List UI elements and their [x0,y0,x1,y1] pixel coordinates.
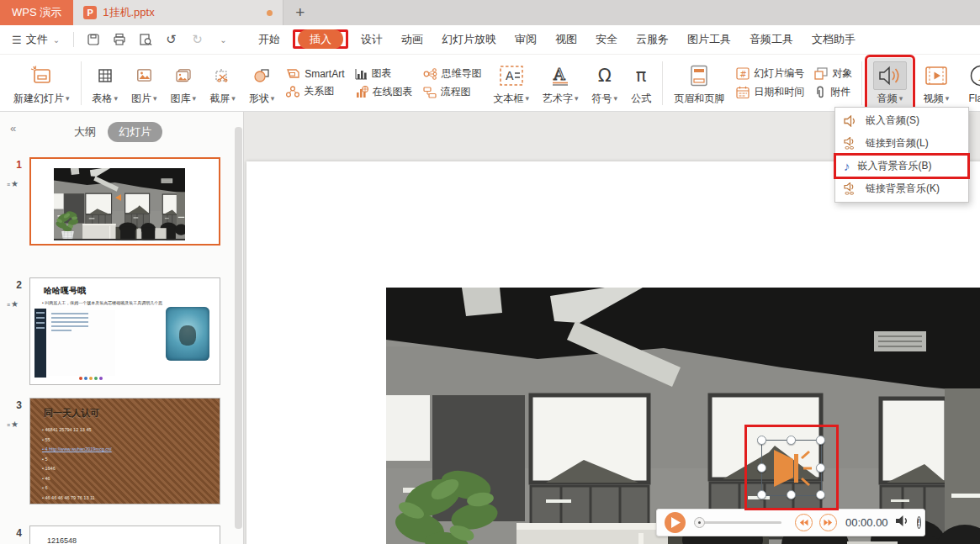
ribbon-button-符号[interactable]: Ω符号▾ [587,58,623,108]
save-icon[interactable] [86,33,100,47]
ribbon-button-label: 截屏 [209,90,230,107]
ribbon-button-表格[interactable]: 表格▾ [87,58,124,108]
chevrons-left-icon[interactable]: « [10,122,16,135]
tab-slides[interactable]: 幻灯片 [108,122,162,142]
menu-tab-幻灯片放映[interactable]: 幻灯片放映 [432,29,506,50]
ribbon-button-形状[interactable]: 形状▾ [244,58,280,108]
header-footer-icon [686,61,712,90]
slide-thumbnail-1[interactable] [29,157,220,246]
new-tab-button[interactable]: + [283,0,316,25]
play-icon[interactable] [665,512,686,533]
menu-tab-审阅[interactable]: 审阅 [506,29,546,50]
audio-clip-selection[interactable] [761,440,822,496]
object-icon [814,67,828,80]
ribbon-button-幻灯片编号[interactable]: #幻灯片编号 [734,66,807,82]
menu-item-label: 嵌入音频(S) [866,114,919,128]
menu-tab-插入[interactable]: 插入 [289,32,352,47]
ribbon-button-文本框[interactable]: A文本框▾ [489,58,535,108]
selection-handle[interactable] [757,463,766,473]
thumbnail-title: 同一天人认可 [44,407,99,420]
exclamation-icon[interactable]: ! [917,516,921,529]
menu-item-嵌入背景音乐(B)[interactable]: ♪嵌入背景音乐(B) [835,155,968,177]
menu-tab-安全[interactable]: 安全 [586,29,627,50]
menu-tab-设计[interactable]: 设计 [352,29,392,50]
menu-tab-视图[interactable]: 视图 [546,29,586,50]
menu-tab-动画[interactable]: 动画 [392,29,432,50]
table-icon [95,61,115,90]
transition-star-icon[interactable]: ★ [7,299,19,309]
ribbon-button-对象[interactable]: 对象 [812,66,855,82]
seek-slider[interactable] [696,521,781,524]
slider-knob[interactable] [694,517,705,528]
ribbon-button-新建幻灯片[interactable]: 新建幻灯片▾ [8,58,75,108]
selection-handle[interactable] [816,490,825,499]
speaker-clip-icon[interactable] [773,446,812,494]
selection-handle[interactable] [787,436,796,445]
menu-tab-云服务[interactable]: 云服务 [627,29,678,50]
selection-handle[interactable] [757,490,766,499]
file-menu-label: 文件 [26,32,48,47]
ribbon-button-关系图[interactable]: 关系图 [283,83,347,99]
ribbon-button-label: 符号 [592,90,612,107]
transition-star-icon[interactable]: ★ [7,179,19,188]
dropdown-arrow-icon: ▾ [946,90,950,107]
selection-handle[interactable] [816,463,825,473]
transition-star-icon[interactable]: ★ [7,420,19,429]
slide-thumbnail-3[interactable]: 同一天人认可• 46841 25794 12 13 45• 55• 4 http… [29,398,220,504]
annotation-rect-insert-tab: 插入 [293,29,348,49]
slide-canvas[interactable] [246,161,980,544]
menu-tab-图片工具[interactable]: 图片工具 [678,29,740,50]
forward-icon[interactable] [819,514,837,531]
wps-app-tab[interactable]: WPS 演示 [0,0,73,25]
ribbon-button-流程图[interactable]: 流程图 [421,84,485,100]
ribbon-button-页眉和页脚[interactable]: 页眉和页脚 [669,58,729,108]
undo-icon[interactable]: ↺ [164,33,178,47]
thumbnail-bullet: • 46 [42,476,50,481]
menu-tab-文档助手[interactable]: 文档助手 [803,29,865,50]
dropdown-arrow-icon: ▾ [114,90,119,107]
slide-thumbnail-4[interactable]: 1216548 [29,526,220,544]
slide-thumbnail-2[interactable]: 哈哈嘎号哦• 叫两居人工，保姆一个版本及装高芯楼砌碗及装工具调明几个思 [29,277,220,385]
menu-tab-开始[interactable]: 开始 [249,29,289,50]
document-tab[interactable]: P 1挂机.pptx [73,0,283,25]
slide-photo-office[interactable] [386,288,980,544]
toolbar-divider [73,32,74,47]
ribbon-button-图片[interactable]: 图片▾ [126,58,162,108]
selection-handle[interactable] [787,490,796,499]
selection-handle[interactable] [816,436,825,445]
more-icon[interactable]: ⌄ [216,33,230,47]
ribbon-button-label: 在线图表 [373,85,413,99]
sidebar-scrollbar[interactable] [235,127,242,529]
menu-item-链接到音频(L)[interactable]: 链接到音频(L) [835,132,968,155]
ribbon-button-在线图表[interactable]: 在线图表 [352,84,416,100]
selection-handle[interactable] [757,436,766,445]
ribbon-button-附件[interactable]: 附件 [812,84,855,100]
menu-item-嵌入音频(S)[interactable]: 嵌入音频(S) [835,109,968,132]
redo-icon[interactable]: ↻ [190,33,204,47]
thumbnail-bullet: • 5 [42,457,48,462]
ribbon-button-视频[interactable]: 视频▾ [915,58,957,108]
ribbon-button-公式[interactable]: π公式 [626,58,656,108]
ribbon-button-艺术字[interactable]: A艺术字▾ [538,58,584,108]
ribbon-button-日期和时间[interactable]: 日期和时间 [734,84,807,100]
ribbon-button-SmartArt[interactable]: SmartArt [283,66,347,81]
volume-icon[interactable] [895,515,910,531]
ribbon-button-Flash[interactable]: FFlash [961,58,980,108]
ribbon-button-图库[interactable]: 图库▾ [166,58,202,108]
ribbon-stack: 对象附件 [812,58,855,108]
print-preview-icon[interactable] [138,33,152,47]
menu-item-链接背景音乐(K)[interactable]: 链接背景音乐(K) [835,177,968,200]
ribbon-separator [861,61,862,105]
thumbnail-hyperlink[interactable]: • 4 http://www.wuhan2019mcg.cn/ [42,446,112,452]
ribbon-button-截屏[interactable]: 截屏▾ [204,58,241,108]
ribbon-button-思维导图[interactable]: 思维导图 [421,66,485,82]
ribbon-button-音频[interactable]: 音频▾ [868,58,912,108]
ribbon-button-图表[interactable]: 图表 [352,66,416,82]
slide-number: 3 [8,399,22,411]
tab-outline[interactable]: 大纲 [74,124,96,140]
menu-tab-音频工具[interactable]: 音频工具 [740,29,803,50]
rewind-icon[interactable] [795,514,813,531]
ribbon-button-label: 公式 [631,90,651,107]
print-icon[interactable] [112,33,126,47]
file-menu-button[interactable]: ☰ 文件 ⌄ [0,32,68,47]
